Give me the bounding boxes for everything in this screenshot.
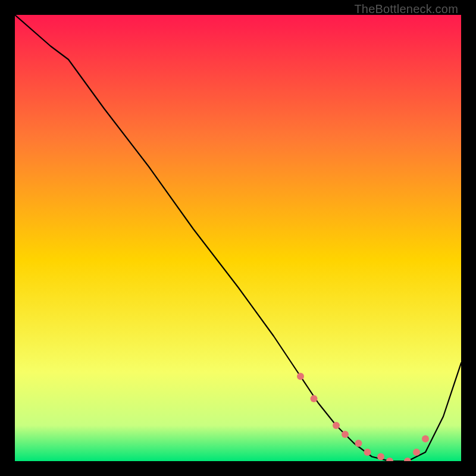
chart-frame: TheBottleneck.com <box>0 0 476 476</box>
curve-marker <box>377 453 384 461</box>
curve-marker <box>342 431 349 438</box>
curve-marker <box>333 422 340 429</box>
watermark-text: TheBottleneck.com <box>354 2 458 16</box>
gradient-plot <box>15 15 461 461</box>
curve-marker <box>355 440 362 447</box>
curve-marker <box>413 449 420 456</box>
curve-marker <box>422 436 429 443</box>
curve-marker <box>364 449 371 456</box>
curve-marker <box>311 395 318 402</box>
curve-marker <box>297 373 304 380</box>
gradient-background <box>15 15 461 461</box>
